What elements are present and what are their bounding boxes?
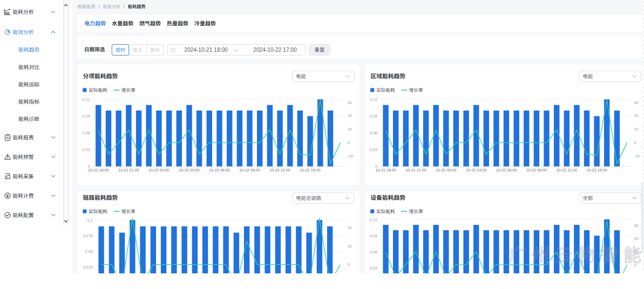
svg-text:-10: -10 — [348, 154, 354, 159]
svg-text:0.12: 0.12 — [83, 97, 90, 102]
svg-text:20: 20 — [634, 236, 639, 241]
svg-text:10-21 18:00: 10-21 18:00 — [375, 168, 396, 173]
svg-text:10-22 12:00: 10-22 12:00 — [557, 168, 577, 173]
svg-text:0.12: 0.12 — [370, 217, 377, 222]
svg-text:10-22 12:00: 10-22 12:00 — [269, 168, 290, 173]
svg-text:0.1: 0.1 — [87, 218, 93, 223]
svg-text:-10: -10 — [634, 154, 640, 159]
svg-text:2024-10-22 17:00: 2024-10-22 17:00 — [253, 47, 297, 53]
svg-text:10-21 21:00: 10-21 21:00 — [118, 168, 139, 173]
svg-text:-: - — [235, 47, 237, 53]
svg-text:0.09: 0.09 — [370, 114, 377, 119]
svg-text:10-22 06:00: 10-22 06:00 — [496, 168, 517, 173]
svg-text:30: 30 — [634, 223, 639, 228]
svg-text:10-22 03:00: 10-22 03:00 — [466, 168, 486, 173]
svg-text:0.12: 0.12 — [370, 97, 377, 102]
svg-text:0.025: 0.025 — [83, 265, 93, 270]
svg-text:0.05: 0.05 — [85, 249, 93, 254]
svg-text:10-22 09:00: 10-22 09:00 — [526, 168, 547, 173]
svg-text:0.09: 0.09 — [83, 114, 90, 119]
svg-text:2024-10-21 18:00: 2024-10-21 18:00 — [184, 47, 228, 53]
svg-text:0.03: 0.03 — [83, 147, 90, 152]
svg-text:10-21 18:00: 10-21 18:00 — [88, 168, 109, 173]
svg-text:10-22 15:00: 10-22 15:00 — [300, 168, 320, 173]
svg-text:20: 20 — [348, 113, 352, 118]
svg-text:0.06: 0.06 — [370, 250, 377, 254]
svg-text:10: 10 — [348, 244, 352, 249]
svg-text:0.03: 0.03 — [370, 147, 377, 152]
svg-text:0.06: 0.06 — [370, 130, 377, 135]
svg-text:30: 30 — [348, 100, 352, 105]
svg-text:10-22 09:00: 10-22 09:00 — [239, 168, 260, 173]
svg-text:20: 20 — [634, 113, 639, 118]
svg-text:10-22 15:00: 10-22 15:00 — [586, 168, 607, 173]
svg-text:0: 0 — [348, 140, 350, 145]
svg-text:10: 10 — [634, 127, 639, 132]
svg-text:10-22 00:00: 10-22 00:00 — [148, 168, 169, 173]
svg-text:0: 0 — [634, 263, 636, 267]
svg-text:10-22 00:00: 10-22 00:00 — [436, 168, 456, 173]
svg-text:0.06: 0.06 — [83, 130, 90, 135]
svg-text:0.075: 0.075 — [83, 233, 93, 238]
svg-text:30: 30 — [634, 100, 639, 105]
svg-text:0.09: 0.09 — [370, 233, 377, 238]
svg-text:0.03: 0.03 — [370, 266, 377, 271]
svg-text:10-21 21:00: 10-21 21:00 — [405, 168, 426, 173]
svg-text:10-22 03:00: 10-22 03:00 — [179, 168, 199, 173]
svg-text:20: 20 — [348, 225, 352, 230]
svg-text:0: 0 — [634, 140, 636, 145]
svg-text:0: 0 — [348, 262, 350, 267]
svg-text:10: 10 — [348, 127, 352, 132]
svg-text:10-22 06:00: 10-22 06:00 — [209, 168, 229, 173]
